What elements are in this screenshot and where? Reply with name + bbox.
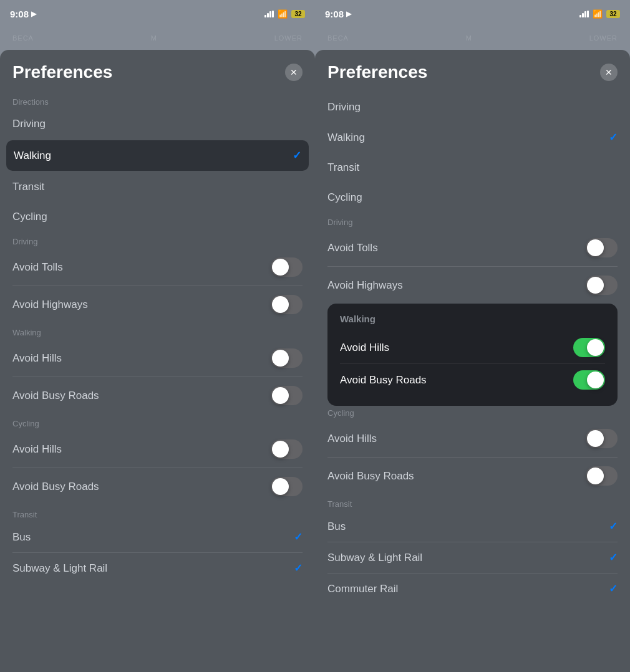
walking-popup-label: Walking [340, 314, 605, 324]
wifi-icon-right: 📶 [593, 9, 603, 19]
commuter-checkmark-right: ✓ [609, 582, 618, 595]
avoid-busy-roads-toggle-popup[interactable] [573, 370, 605, 390]
prefs-header-right: Preferences ✕ [315, 62, 630, 92]
status-bar-right: 9:08 ▶ 📶 32 [315, 0, 630, 27]
status-right-left: 📶 32 [264, 9, 305, 19]
driving-section-label-right: Driving [315, 213, 630, 229]
walking-checkmark-right: ✓ [609, 131, 618, 144]
cycling-avoid-busy-toggle-right[interactable] [586, 466, 618, 486]
walking-avoid-busy-toggle-left[interactable] [271, 386, 303, 405]
avoid-tolls-left[interactable]: Avoid Tolls [0, 249, 315, 286]
close-button-left[interactable]: ✕ [285, 64, 303, 81]
driving-item-left[interactable]: Driving [0, 109, 315, 139]
prefs-title-left: Preferences [12, 62, 112, 82]
battery-left: 32 [291, 10, 305, 18]
prefs-sheet-right: Preferences ✕ Driving Walking ✓ Transit … [315, 50, 630, 672]
avoid-tolls-right[interactable]: Avoid Tolls [315, 229, 630, 266]
cycling-section-label-left: Cycling [0, 414, 315, 431]
avoid-highways-right[interactable]: Avoid Highways [315, 267, 630, 304]
subway-item-right[interactable]: Subway & Light Rail ✓ [315, 542, 630, 573]
transit-section-label-left: Transit [0, 505, 315, 522]
cycling-section-label-right: Cycling [315, 403, 630, 420]
driving-item-right[interactable]: Driving [315, 92, 630, 122]
map-labels-right: BECA M LOWER [315, 34, 630, 42]
left-panel: BECA M LOWER 9:08 ▶ 📶 32 Preferences ✕ D… [0, 0, 315, 672]
transit-section-label-right: Transit [315, 494, 630, 511]
cycling-avoid-busy-left[interactable]: Avoid Busy Roads [0, 468, 315, 505]
prefs-title-right: Preferences [327, 62, 427, 82]
subway-checkmark-left: ✓ [294, 562, 303, 575]
popup-avoid-hills[interactable]: Avoid Hills [340, 332, 605, 363]
location-icon-right: ▶ [346, 10, 351, 18]
walking-avoid-busy-left[interactable]: Avoid Busy Roads [0, 377, 315, 414]
walking-section-label-left: Walking [0, 323, 315, 340]
walking-item-right[interactable]: Walking ✓ [315, 122, 630, 153]
avoid-tolls-toggle-right[interactable] [586, 238, 618, 257]
location-icon-left: ▶ [31, 10, 36, 18]
bus-item-left[interactable]: Bus ✓ [0, 522, 315, 552]
status-bar-left: 9:08 ▶ 📶 32 [0, 0, 315, 27]
walking-avoid-hills-toggle-left[interactable] [271, 348, 303, 368]
cycling-avoid-busy-toggle-left[interactable] [271, 477, 303, 496]
bus-checkmark-right: ✓ [609, 520, 618, 533]
avoid-hills-toggle-popup[interactable] [573, 338, 605, 357]
bus-checkmark-left: ✓ [294, 530, 303, 544]
avoid-highways-toggle-right[interactable] [586, 276, 618, 295]
driving-section-label-left: Driving [0, 232, 315, 249]
signal-icon-left [264, 11, 274, 17]
walking-item-left[interactable]: Walking ✓ [6, 140, 309, 171]
prefs-header-left: Preferences ✕ [0, 62, 315, 92]
cycling-avoid-hills-toggle-left[interactable] [271, 439, 303, 459]
status-right-right: 📶 32 [579, 9, 620, 19]
cycling-avoid-hills-toggle-right[interactable] [586, 429, 618, 448]
cycling-avoid-hills-left[interactable]: Avoid Hills [0, 431, 315, 468]
prefs-sheet-left: Preferences ✕ Directions Driving Walking… [0, 50, 315, 672]
status-time-left: 9:08 ▶ [10, 9, 36, 19]
bus-item-right[interactable]: Bus ✓ [315, 511, 630, 542]
avoid-tolls-toggle-left[interactable] [271, 257, 303, 277]
subway-checkmark-right: ✓ [609, 551, 618, 564]
close-button-right[interactable]: ✕ [600, 64, 618, 81]
cycling-avoid-hills-right[interactable]: Avoid Hills [315, 420, 630, 457]
popup-avoid-busy-roads[interactable]: Avoid Busy Roads [340, 363, 605, 396]
subway-item-left[interactable]: Subway & Light Rail ✓ [0, 553, 315, 583]
cycling-item-left[interactable]: Cycling [0, 202, 315, 232]
avoid-highways-left[interactable]: Avoid Highways [0, 286, 315, 323]
map-labels: BECA M LOWER [0, 34, 315, 42]
walking-popup: Walking Avoid Hills Avoid Busy Roads [327, 304, 618, 406]
transit-item-right[interactable]: Transit [315, 153, 630, 183]
cycling-item-right[interactable]: Cycling [315, 183, 630, 213]
wifi-icon-left: 📶 [278, 9, 288, 19]
status-time-right: 9:08 ▶ [325, 9, 351, 19]
walking-checkmark-left: ✓ [293, 149, 301, 162]
walking-avoid-hills-left[interactable]: Avoid Hills [0, 340, 315, 377]
avoid-highways-toggle-left[interactable] [271, 295, 303, 314]
directions-label-left: Directions [0, 92, 315, 109]
signal-icon-right [579, 11, 589, 17]
commuter-item-right[interactable]: Commuter Rail ✓ [315, 574, 630, 604]
cycling-avoid-busy-right[interactable]: Avoid Busy Roads [315, 458, 630, 494]
right-panel: BECA M LOWER 9:08 ▶ 📶 32 Preferences ✕ [315, 0, 630, 672]
transit-item-left[interactable]: Transit [0, 172, 315, 202]
battery-right: 32 [606, 10, 620, 18]
